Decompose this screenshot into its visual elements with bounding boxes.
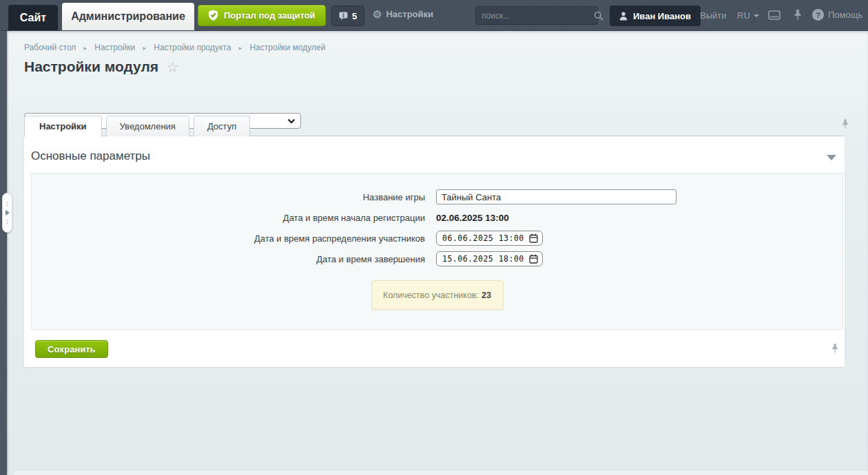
registration-start-value: 02.06.2025 13:00 [436,213,509,223]
pin-icon[interactable] [793,9,803,21]
tabs-row: Настройки Уведомления Доступ [24,115,254,136]
registration-start-label: Дата и время начала регистрации [32,213,431,223]
grip-dots-icon [6,219,9,224]
language-label: RU [737,10,750,21]
select-chevron-icon [287,118,296,124]
breadcrumb: Рабочий стол ▸ Настройки ▸ Настройки про… [24,43,325,52]
search-input[interactable] [476,7,594,24]
user-name: Иван Иванов [633,11,691,21]
page-title: Настройки модуля [24,59,158,75]
calendar-icon[interactable] [529,233,538,243]
favorite-star-icon[interactable]: ☆ [166,60,179,74]
game-name-input[interactable] [436,189,676,204]
question-circle-icon: ? [812,9,824,21]
finish-label: Дата и время завершения [32,254,431,264]
breadcrumb-desktop[interactable]: Рабочий стол [24,43,76,52]
notifications-button[interactable]: 5 [331,6,364,26]
portal-protected-label: Портал под защитой [224,10,316,21]
tab-settings[interactable]: Настройки [24,116,102,137]
distribution-datetime-value: 06.06.2025 13:00 [442,233,524,243]
topbar-settings-label: Настройки [386,9,433,19]
grip-dots-icon [6,201,9,207]
pin-tabs-icon[interactable] [841,118,849,129]
page-title-row: Настройки модуля ☆ [24,59,179,75]
breadcrumb-separator-icon: ▸ [143,44,146,52]
user-icon [619,12,628,21]
game-name-label: Название игры [32,192,431,202]
portal-protected-button[interactable]: Портал под защитой [198,5,326,26]
finish-datetime-value: 15.06.2025 18:00 [442,254,524,264]
tab-access-label: Доступ [207,121,236,131]
main-parameters-panel: Название игры Дата и время начала регист… [31,173,843,330]
distribution-label: Дата и время распределения участников [32,233,431,244]
form-row-name: Название игры [32,189,843,204]
topbar-settings-button[interactable]: ⚙ Настройки [373,9,433,19]
tab-site-label: Сайт [20,12,46,24]
breadcrumb-product-settings[interactable]: Настройки продукта [154,43,231,52]
participants-label: Количество участников: [383,291,479,300]
pin-save-icon[interactable] [831,343,839,354]
form-row-finish: Дата и время завершения 15.06.2025 18:00 [32,251,843,266]
interface-panel-icon[interactable] [768,10,781,20]
participants-value: 23 [482,291,491,300]
form-row-distribution: Дата и время распределения участников 06… [32,231,843,246]
workspace: Рабочий стол ▸ Настройки ▸ Настройки про… [7,31,868,475]
expand-arrow-icon [6,210,10,215]
tab-settings-label: Настройки [39,121,87,131]
help-label: Помощь [828,10,862,20]
breadcrumb-separator-icon: ▸ [238,44,242,52]
shield-check-icon [208,10,218,21]
top-bar: Сайт Администрирование Портал под защито… [0,0,868,31]
collapsed-sidebar-rail [0,31,7,475]
search-box [475,6,598,25]
breadcrumb-module-settings[interactable]: Настройки модулей [249,43,325,52]
tab-site[interactable]: Сайт [8,5,58,30]
participants-counter: Количество участников: 23 [371,280,504,310]
tab-administration-label: Администрирование [71,10,185,23]
distribution-datetime-input[interactable]: 06.06.2025 13:00 [436,231,543,246]
tab-notifications-label: Уведомления [120,121,176,131]
tab-notifications[interactable]: Уведомления [106,116,189,136]
help-button[interactable]: ? Помощь [812,9,862,21]
notification-icon [339,12,348,20]
breadcrumb-settings[interactable]: Настройки [94,43,135,52]
tab-access[interactable]: Доступ [194,116,250,136]
logout-link[interactable]: Выйти [700,10,727,21]
save-button[interactable]: Сохранить [35,340,108,358]
breadcrumb-separator-icon: ▸ [83,44,87,52]
chevron-down-icon [754,14,759,17]
gear-icon: ⚙ [373,9,382,19]
search-icon[interactable] [594,11,603,21]
section-collapse-icon[interactable] [827,155,836,160]
settings-form-card: Основные параметры Название игры Дата и … [24,136,845,367]
question-glyph: ? [816,11,820,19]
sidebar-expand-handle[interactable] [2,193,12,233]
section-title: Основные параметры [31,149,150,163]
horizontal-scrollbar-track[interactable] [14,470,868,475]
current-user-button[interactable]: Иван Иванов [610,6,701,26]
finish-datetime-input[interactable]: 15.06.2025 18:00 [436,251,543,266]
calendar-icon[interactable] [529,254,538,264]
language-selector[interactable]: RU [737,10,759,21]
tab-administration[interactable]: Администрирование [62,3,194,30]
notification-count: 5 [352,11,357,21]
form-row-registration-start: Дата и время начала регистрации 02.06.20… [32,210,843,225]
